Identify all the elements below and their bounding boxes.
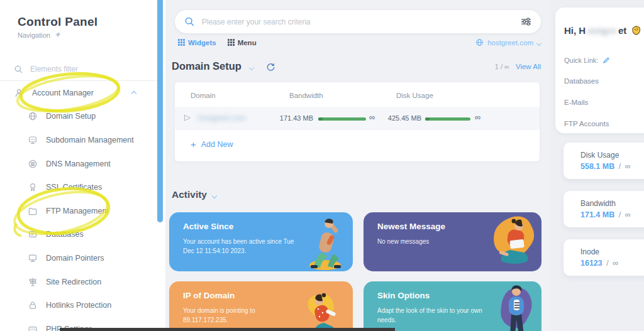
main-content: Widgets Menu hostgreet.com Domain Setup … [165,0,550,331]
chevron-down-icon [537,39,541,46]
stat-disk-usage: Disk Usage 558.1 MB / ∞ [564,143,644,179]
add-new-button[interactable]: + Add New [191,139,233,149]
pagination: 1 / ∞ [495,63,509,70]
quick-link-row: Quick Link: ph [564,57,644,64]
domain-name: hostgreet.com [198,114,246,122]
elements-filter-input[interactable] [30,65,143,73]
bandwidth-limit: ∞ [369,112,375,122]
plus-icon: + [191,139,196,149]
card-newest-message[interactable]: Newest Message No new messages [364,212,541,271]
global-search-input[interactable] [202,18,521,26]
sidebar-item-subdomain-management[interactable]: Subdomain Management [0,128,157,152]
sidebar-item-site-redirection[interactable]: Site Redirection [0,270,157,294]
bandwidth-bar [318,117,366,121]
sidebar-item-databases[interactable]: Databases [0,223,157,247]
folder-icon [27,205,38,216]
sidebar-item-dns-management[interactable]: DNS Management [0,152,157,176]
sidebar-item-ssl-certificates[interactable]: SSL Certificates [0,175,157,199]
navigation-label: Navigation [18,31,61,39]
monitor-icon [27,252,38,263]
table-row[interactable]: ▷ hostgreet.com 171.43 MB ∞ 425.45 MB ∞ [175,107,540,130]
user-greeting-card: Hi, Hostgreet Quick Link: ph Databases E… [555,8,644,133]
globe-icon [27,111,38,122]
link-emails[interactable]: E-Mails [564,99,588,106]
runner-illustration [296,212,352,271]
user-greeting: Hi, Hostgreet [564,25,641,36]
chevron-down-icon[interactable] [250,61,253,72]
elements-filter[interactable] [14,62,143,77]
bandwidth-value: 171.43 MB [279,114,313,122]
grid-icon [178,39,185,46]
person-icon [13,87,24,98]
sidebar-item-domain-setup[interactable]: Domain Setup [0,105,157,129]
link-ftp-accounts[interactable]: FTP Accounts [564,120,609,128]
play-icon[interactable]: ▷ [184,112,191,122]
reader-illustration [482,212,540,271]
pencil-icon[interactable] [602,57,610,64]
chevron-up-icon [132,89,136,97]
pin-icon[interactable] [55,32,61,38]
chevron-down-icon[interactable] [213,189,216,200]
view-all-link[interactable]: View All [516,63,541,70]
grid-icon [228,39,235,46]
sidebar-nav: Account Manager Domain Setup Subdomain M… [0,81,157,331]
stat-bandwidth: Bandwidth 171.4 MB / ∞ [564,191,644,227]
filter-sliders-icon[interactable] [521,17,531,26]
globe-icon [475,38,484,46]
menu-button[interactable]: Menu [228,39,257,46]
sidebar-item-account-manager[interactable]: Account Manager [0,81,157,105]
stat-value: 558.1 MB [580,162,614,171]
stat-value: 16123 [580,259,602,268]
php-icon [27,323,38,331]
activity-header: Activity [172,189,216,200]
waving-hand-icon [631,25,641,36]
disk-limit: ∞ [475,112,480,122]
dns-icon [27,158,38,169]
link-databases[interactable]: Databases [564,77,599,85]
kneeling-illustration [296,284,352,331]
sidebar-item-domain-pointers[interactable]: Domain Pointers [0,246,157,270]
stat-value: 171.4 MB [580,210,614,219]
standing-illustration [490,281,540,331]
chat-monitor-icon [27,134,38,145]
signpost-icon [27,276,38,287]
sidebar-item-hotlinks-protection[interactable]: Hotlinks Protection [0,293,157,317]
domain-selector[interactable]: hostgreet.com [475,38,541,46]
domain-table: Domain Bandwidth Disk Usage ▷ hostgreet.… [175,82,540,161]
certificate-icon [27,182,38,193]
quick-toolbar: Widgets Menu hostgreet.com [178,38,541,46]
left-sidebar: Control Panel Navigation Account Manager… [0,0,165,331]
domain-setup-header: Domain Setup 1 / ∞ View All [172,60,541,72]
widgets-button[interactable]: Widgets [178,39,216,46]
refresh-icon[interactable] [266,62,275,71]
disk-value: 425.45 MB [387,114,421,122]
search-icon [14,65,23,74]
database-icon [27,229,38,240]
sidebar-item-ftp-management[interactable]: FTP Management [0,199,157,223]
disk-bar [425,117,470,121]
page-title: Control Panel [18,15,97,29]
right-panel: Hi, Hostgreet Quick Link: ph Databases E… [550,0,644,331]
sidebar-scrollbar[interactable] [157,0,163,222]
global-search[interactable] [175,10,541,33]
search-icon [184,16,195,27]
username-redacted: ostgre [587,25,616,36]
bottom-window-edge [60,328,395,331]
card-skin-options[interactable]: Skin Options Adapt the look of the skin … [364,281,541,331]
card-active-since[interactable]: Active Since Your account has been activ… [169,212,353,271]
card-ip-of-domain[interactable]: IP of Domain Your domain is pointing to … [169,281,353,331]
stat-inode: Inode 16123 / ∞ [564,239,644,276]
lock-icon [27,300,38,311]
domain-setup-title: Domain Setup [172,60,242,72]
